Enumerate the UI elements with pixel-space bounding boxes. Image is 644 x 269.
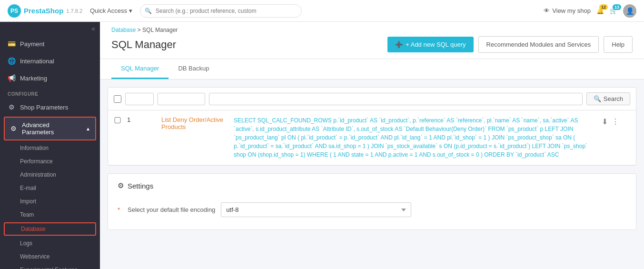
tab-sql-manager[interactable]: SQL Manager (111, 59, 168, 79)
notification-bell-button[interactable]: 🔔 12 (596, 7, 604, 14)
search-icon: 🔍 (594, 95, 601, 102)
sidebar-collapse-button[interactable]: « (0, 22, 100, 35)
sidebar-sub-experimental[interactable]: Experimental Features (0, 263, 100, 269)
sidebar: « 💳 Payment 🌐 International 📢 Marketing … (0, 22, 100, 269)
notification-count-1: 12 (599, 4, 608, 10)
configure-section-label: CONFIGURE (0, 87, 100, 99)
recommended-btn-label: Recommended Modules and Services (486, 41, 591, 48)
row-id: 1 (127, 116, 156, 123)
sidebar-item-shop-params[interactable]: ⚙ Shop Parameters (0, 99, 100, 116)
settings-section: ⚙ Settings * Select your default file en… (108, 173, 636, 230)
page-title: SQL Manager (111, 39, 176, 51)
sidebar-item-international[interactable]: 🌐 International (0, 52, 100, 70)
top-navigation: PS PrestaShop 1.7.8.2 Quick Access ▾ 🔍 👁… (0, 0, 644, 22)
advanced-params-chevron-icon: ▲ (86, 126, 90, 131)
logo-icon: PS (8, 4, 21, 18)
row-actions: ⬇ ⋮ (602, 116, 630, 126)
help-button[interactable]: Help (604, 36, 633, 53)
logo: PS PrestaShop 1.7.8.2 (8, 4, 82, 18)
filter-checkbox-all[interactable] (114, 95, 121, 103)
sidebar-item-advanced-params[interactable]: ⚙ Advanced Parameters ▲ (4, 117, 96, 140)
marketing-icon: 📢 (8, 74, 15, 82)
topnav-right-actions: 👁 View my shop 🔔 12 🛒 13 👤 (544, 4, 636, 18)
collapse-icon: « (91, 25, 95, 32)
page-title-row: SQL Manager ➕ + Add new SQL query Recomm… (111, 36, 633, 59)
table-filter-row: 🔍 Search (108, 88, 636, 110)
notification-cart-button[interactable]: 🛒 13 (610, 7, 617, 14)
sidebar-item-international-label: International (20, 58, 54, 65)
sidebar-sub-webservice[interactable]: Webservice (0, 250, 100, 263)
settings-title: ⚙ Settings (118, 181, 626, 190)
encoding-label: Select your default file encoding (128, 206, 215, 213)
main-content: Database > SQL Manager SQL Manager ➕ + A… (100, 22, 644, 269)
sidebar-sub-information[interactable]: Information (0, 141, 100, 155)
sidebar-sub-database[interactable]: Database (4, 222, 96, 236)
breadcrumb: Database > SQL Manager (111, 27, 633, 33)
sidebar-sub-import[interactable]: Import (0, 195, 100, 208)
sidebar-item-advanced-params-label: Advanced Parameters (22, 121, 81, 136)
row-checkbox[interactable] (114, 117, 121, 123)
tab-db-backup-label: DB Backup (178, 65, 209, 72)
search-btn-label: Search (604, 95, 623, 102)
global-search-input[interactable] (140, 4, 302, 18)
sidebar-sub-administration[interactable]: Administration (0, 168, 100, 181)
tab-db-backup[interactable]: DB Backup (168, 59, 218, 79)
view-shop-button[interactable]: 👁 View my shop (544, 7, 591, 14)
sidebar-item-marketing-label: Marketing (20, 75, 47, 82)
filter-id-input[interactable] (125, 93, 154, 105)
search-icon: 🔍 (145, 8, 152, 14)
quick-access-label: Quick Access (90, 7, 127, 14)
advanced-params-icon: ⚙ (10, 125, 17, 132)
encoding-setting-row: * Select your default file encoding utf-… (118, 198, 626, 222)
sidebar-sub-logs[interactable]: Logs (0, 237, 100, 250)
notification-count-2: 13 (613, 4, 621, 10)
global-search: 🔍 (140, 4, 302, 18)
recommended-modules-button[interactable]: Recommended Modules and Services (478, 36, 599, 53)
sidebar-item-payment[interactable]: 💳 Payment (0, 35, 100, 52)
breadcrumb-parent[interactable]: Database (111, 27, 136, 33)
row-sql: SELECT SQL_CALC_FOUND_ROWS p.`id_product… (234, 116, 596, 159)
download-icon[interactable]: ⬇ (602, 117, 608, 126)
table-row: 1 List Deny Order/Active Products SELECT… (108, 110, 636, 165)
content-header: Database > SQL Manager SQL Manager ➕ + A… (100, 22, 644, 59)
add-btn-label: + Add new SQL query (406, 41, 466, 48)
tab-sql-manager-label: SQL Manager (121, 65, 159, 72)
more-actions-icon[interactable]: ⋮ (612, 117, 619, 126)
filter-sql-input[interactable] (209, 93, 583, 105)
sidebar-item-marketing[interactable]: 📢 Marketing (0, 70, 100, 87)
sql-queries-table: 🔍 Search 1 List Deny Order/Active Produc… (108, 87, 636, 166)
quick-access-button[interactable]: Quick Access ▾ (90, 7, 132, 14)
filter-name-input[interactable] (158, 93, 205, 105)
required-indicator: * (118, 206, 120, 213)
user-avatar-button[interactable]: 👤 (623, 4, 636, 18)
international-icon: 🌐 (8, 57, 15, 65)
settings-gear-icon: ⚙ (118, 181, 124, 190)
add-sql-query-button[interactable]: ➕ + Add new SQL query (387, 37, 473, 52)
quick-access-chevron-icon: ▾ (129, 7, 132, 14)
shop-params-icon: ⚙ (8, 103, 15, 111)
main-layout: « 💳 Payment 🌐 International 📢 Marketing … (0, 22, 644, 269)
sidebar-sub-email[interactable]: E-mail (0, 181, 100, 195)
logo-version: 1.7.8.2 (66, 8, 82, 14)
help-btn-label: Help (612, 41, 624, 48)
logo-brand: PrestaShop (24, 7, 63, 15)
sidebar-item-payment-label: Payment (20, 40, 44, 48)
view-shop-label: View my shop (552, 7, 591, 14)
eye-icon: 👁 (544, 7, 550, 14)
breadcrumb-separator: > (138, 27, 142, 33)
search-button[interactable]: 🔍 Search (586, 92, 630, 105)
encoding-select[interactable]: utf-8 utf-16 iso-8859-1 windows-1252 (221, 202, 411, 217)
title-actions: ➕ + Add new SQL query Recommended Module… (387, 36, 633, 53)
settings-title-label: Settings (128, 182, 153, 190)
breadcrumb-current: SQL Manager (142, 27, 178, 33)
tabs: SQL Manager DB Backup (100, 59, 644, 80)
sidebar-sub-performance[interactable]: Performance (0, 155, 100, 168)
row-name: List Deny Order/Active Products (161, 116, 228, 130)
payment-icon: 💳 (8, 40, 15, 48)
plus-icon: ➕ (395, 41, 403, 48)
sidebar-sub-team[interactable]: Team (0, 208, 100, 221)
sidebar-item-shop-params-label: Shop Parameters (20, 104, 68, 111)
